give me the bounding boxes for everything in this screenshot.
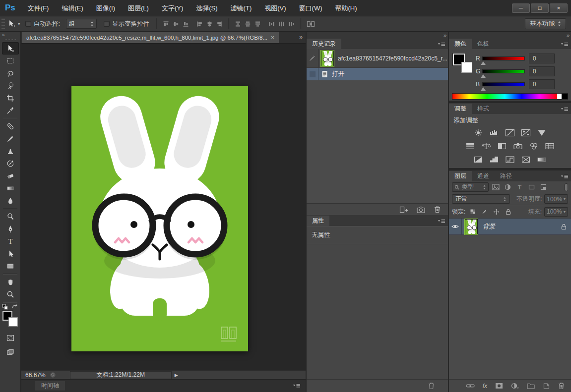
type-tool[interactable]: T — [2, 235, 19, 247]
distribute-right-icon[interactable] — [286, 18, 296, 29]
lock-pixels-icon[interactable] — [480, 207, 489, 217]
color-spectrum-ramp[interactable] — [452, 93, 568, 100]
tab-swatches[interactable]: 色板 — [472, 39, 495, 49]
spectrum-white-swatch[interactable] — [557, 94, 562, 99]
exposure-icon[interactable] — [520, 128, 532, 137]
eyedropper-tool[interactable] — [2, 104, 19, 116]
green-slider-thumb[interactable] — [481, 74, 486, 78]
auto-select-checkbox[interactable] — [25, 21, 31, 27]
menu-type[interactable]: 文字(Y) — [155, 0, 190, 16]
opacity-dropdown[interactable]: 100% ▾ — [544, 194, 568, 204]
tab-color[interactable]: 颜色 — [449, 39, 472, 49]
invert-icon[interactable] — [472, 155, 484, 164]
quick-mask-button[interactable] — [2, 332, 19, 344]
red-slider-thumb[interactable] — [481, 61, 486, 65]
timeline-panel-menu-icon[interactable] — [293, 384, 301, 388]
move-tool[interactable] — [2, 42, 19, 55]
distribute-left-icon[interactable] — [266, 18, 276, 29]
dodge-tool[interactable] — [2, 210, 19, 223]
move-tool-preset-icon[interactable] — [7, 20, 15, 28]
eraser-tool[interactable] — [2, 169, 19, 182]
auto-select-target-dropdown[interactable]: 组 — [66, 19, 97, 29]
hand-tool[interactable] — [2, 276, 19, 288]
timeline-tab[interactable]: 时间轴 — [35, 381, 65, 391]
path-selection-tool[interactable] — [2, 247, 19, 260]
black-white-icon[interactable] — [496, 141, 508, 151]
document-size-info[interactable]: 文档:1.22M/1.22M — [70, 371, 172, 379]
screen-mode-button[interactable] — [2, 346, 19, 358]
smart-object-filter-icon[interactable] — [539, 182, 548, 192]
blue-slider-track[interactable] — [482, 82, 525, 86]
align-vcenter-icon[interactable] — [171, 18, 181, 29]
distribute-bottom-icon[interactable] — [253, 18, 262, 29]
background-layer-row[interactable]: 背景 — [449, 219, 571, 235]
align-hcenter-icon[interactable] — [204, 18, 214, 29]
close-button[interactable]: × — [550, 3, 568, 13]
tab-paths[interactable]: 路径 — [495, 171, 517, 181]
new-snapshot-camera-icon[interactable] — [417, 206, 425, 213]
menu-view[interactable]: 视图(V) — [258, 0, 292, 16]
add-layer-mask-icon[interactable] — [495, 383, 503, 389]
blue-value-field[interactable]: 0 — [529, 79, 555, 89]
menu-image[interactable]: 图像(I) — [90, 0, 122, 16]
distribute-vcenter-icon[interactable] — [243, 18, 253, 29]
color-lookup-icon[interactable] — [544, 141, 556, 151]
history-panel-menu-icon[interactable] — [438, 42, 445, 47]
crop-tool[interactable] — [2, 92, 19, 104]
color-panel-menu-icon[interactable] — [561, 42, 569, 47]
document-image[interactable] — [71, 86, 248, 351]
red-value-field[interactable]: 0 — [529, 54, 555, 63]
collapse-column-icon[interactable]: » — [567, 33, 569, 38]
history-snapshot-row[interactable]: afc1ea8376515472fe590fccd42a20c5_r... — [307, 49, 448, 68]
align-right-icon[interactable] — [214, 18, 224, 29]
menu-help[interactable]: 帮助(H) — [329, 0, 364, 16]
clone-stamp-tool[interactable] — [2, 145, 19, 157]
delete-layer-trash-icon[interactable] — [558, 382, 565, 390]
document-tab-close-icon[interactable]: × — [271, 35, 274, 41]
align-bottom-icon[interactable] — [181, 18, 190, 29]
tab-history[interactable]: 历史记录 — [307, 39, 341, 49]
gradient-map-icon[interactable] — [536, 155, 548, 164]
status-options-arrow-icon[interactable]: ▶ — [172, 373, 181, 378]
lock-all-icon[interactable] — [504, 207, 513, 217]
distribute-top-icon[interactable] — [233, 18, 243, 29]
tab-adjustments[interactable]: 调整 — [449, 104, 472, 114]
zoom-tool[interactable] — [2, 288, 19, 300]
menu-file[interactable]: 文件(F) — [21, 0, 56, 16]
history-step-open[interactable]: 打开 — [307, 68, 448, 80]
lock-transparency-icon[interactable] — [468, 207, 477, 217]
tab-channels[interactable]: 通道 — [472, 171, 495, 181]
align-top-icon[interactable] — [161, 18, 171, 29]
layers-panel-menu-icon[interactable] — [561, 174, 569, 179]
maximize-button[interactable]: □ — [531, 3, 549, 13]
selective-color-icon[interactable] — [520, 155, 532, 164]
link-layers-icon[interactable] — [466, 383, 475, 389]
properties-panel-menu-icon[interactable] — [438, 219, 445, 224]
background-color-swatch[interactable] — [8, 317, 18, 327]
shape-filter-icon[interactable] — [527, 182, 536, 192]
properties-trash-icon[interactable] — [428, 382, 435, 390]
options-bar-grip[interactable] — [1, 18, 5, 30]
quick-selection-tool[interactable] — [2, 79, 19, 92]
document-tab[interactable]: afc1ea8376515472fe590fccd42a20c5_resize,… — [22, 32, 279, 43]
hue-saturation-icon[interactable] — [464, 141, 476, 151]
layer-style-fx-icon[interactable]: fx — [483, 383, 487, 390]
channel-mixer-icon[interactable] — [528, 141, 540, 151]
blend-mode-dropdown[interactable]: 正常 — [452, 194, 510, 204]
tab-layers[interactable]: 图层 — [449, 171, 472, 181]
rectangular-marquee-tool[interactable] — [2, 55, 19, 67]
show-transform-checkbox[interactable] — [104, 21, 110, 27]
menu-edit[interactable]: 编辑(E) — [55, 0, 89, 16]
adjustments-panel-menu-icon[interactable] — [561, 107, 569, 112]
tool-preset-dropdown-icon[interactable]: ▾ — [18, 21, 20, 26]
history-brush-tool[interactable] — [2, 157, 19, 169]
type-filter-icon[interactable]: T — [515, 182, 524, 192]
collapse-tools-icon[interactable]: » — [0, 32, 20, 38]
blue-slider-thumb[interactable] — [481, 87, 486, 91]
collapse-column-icon[interactable]: » — [444, 33, 445, 38]
spectrum-black-swatch[interactable] — [562, 94, 568, 99]
layer-name[interactable]: 背景 — [483, 223, 561, 231]
auto-align-icon[interactable] — [305, 18, 317, 29]
new-document-from-state-icon[interactable] — [399, 206, 408, 213]
threshold-icon[interactable] — [504, 155, 516, 164]
